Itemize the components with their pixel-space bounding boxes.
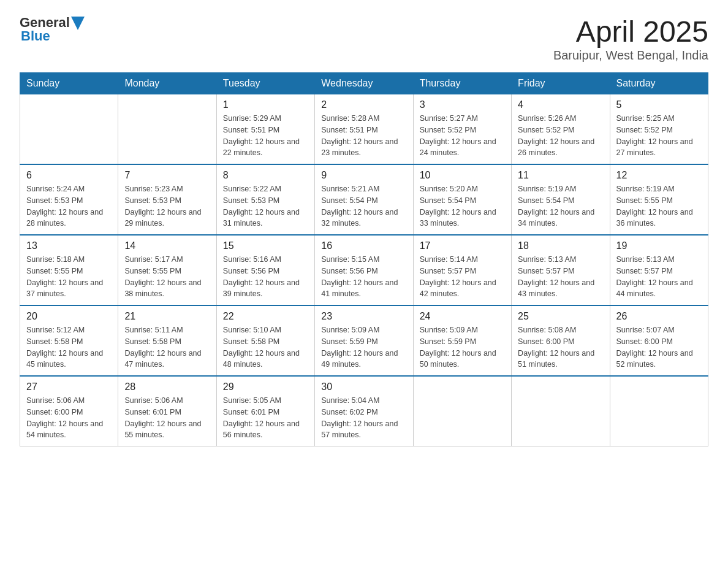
calendar-cell <box>413 376 511 446</box>
day-info: Sunrise: 5:06 AMSunset: 6:00 PMDaylight:… <box>26 395 112 441</box>
logo-triangle-icon <box>71 17 85 30</box>
logo: General Blue <box>20 15 85 44</box>
day-number: 8 <box>223 170 308 181</box>
header: General Blue April 2025 Baruipur, West B… <box>20 15 708 63</box>
day-number: 9 <box>321 170 406 181</box>
calendar-cell: 8Sunrise: 5:22 AMSunset: 5:53 PMDaylight… <box>216 164 314 235</box>
calendar-cell: 11Sunrise: 5:19 AMSunset: 5:54 PMDayligh… <box>512 164 610 235</box>
calendar-cell: 1Sunrise: 5:29 AMSunset: 5:51 PMDaylight… <box>216 94 314 165</box>
day-info: Sunrise: 5:04 AMSunset: 6:02 PMDaylight:… <box>321 395 406 441</box>
day-info: Sunrise: 5:24 AMSunset: 5:53 PMDaylight:… <box>26 183 112 229</box>
calendar-header-friday: Friday <box>512 73 610 94</box>
day-number: 26 <box>616 311 702 322</box>
calendar-cell: 16Sunrise: 5:15 AMSunset: 5:56 PMDayligh… <box>315 235 413 305</box>
calendar-cell <box>20 94 118 165</box>
calendar-cell: 9Sunrise: 5:21 AMSunset: 5:54 PMDaylight… <box>315 164 413 235</box>
day-number: 15 <box>223 240 308 251</box>
day-info: Sunrise: 5:18 AMSunset: 5:55 PMDaylight:… <box>26 254 112 300</box>
calendar-cell: 14Sunrise: 5:17 AMSunset: 5:55 PMDayligh… <box>118 235 216 305</box>
day-number: 4 <box>518 99 603 110</box>
calendar-cell: 10Sunrise: 5:20 AMSunset: 5:54 PMDayligh… <box>413 164 511 235</box>
calendar-week-2: 6Sunrise: 5:24 AMSunset: 5:53 PMDaylight… <box>20 164 708 235</box>
calendar-header-thursday: Thursday <box>413 73 511 94</box>
day-info: Sunrise: 5:07 AMSunset: 6:00 PMDaylight:… <box>616 324 702 370</box>
day-number: 2 <box>321 99 406 110</box>
calendar-cell: 13Sunrise: 5:18 AMSunset: 5:55 PMDayligh… <box>20 235 118 305</box>
day-info: Sunrise: 5:10 AMSunset: 5:58 PMDaylight:… <box>223 324 308 370</box>
day-info: Sunrise: 5:22 AMSunset: 5:53 PMDaylight:… <box>223 183 308 229</box>
day-number: 18 <box>518 240 603 251</box>
day-number: 7 <box>124 170 210 181</box>
day-info: Sunrise: 5:13 AMSunset: 5:57 PMDaylight:… <box>518 254 603 300</box>
day-info: Sunrise: 5:29 AMSunset: 5:51 PMDaylight:… <box>223 113 308 159</box>
svg-marker-0 <box>71 17 85 30</box>
calendar-cell: 4Sunrise: 5:26 AMSunset: 5:52 PMDaylight… <box>512 94 610 165</box>
page-title: April 2025 <box>553 15 708 48</box>
day-number: 30 <box>321 381 406 393</box>
calendar-header-sunday: Sunday <box>20 73 118 94</box>
calendar-header-wednesday: Wednesday <box>315 73 413 94</box>
day-number: 11 <box>518 170 603 181</box>
day-info: Sunrise: 5:09 AMSunset: 5:59 PMDaylight:… <box>321 324 406 370</box>
day-number: 29 <box>223 381 308 393</box>
calendar-cell: 18Sunrise: 5:13 AMSunset: 5:57 PMDayligh… <box>512 235 610 305</box>
calendar-cell: 3Sunrise: 5:27 AMSunset: 5:52 PMDaylight… <box>413 94 511 165</box>
day-info: Sunrise: 5:14 AMSunset: 5:57 PMDaylight:… <box>420 254 505 300</box>
day-number: 21 <box>124 311 210 322</box>
day-info: Sunrise: 5:19 AMSunset: 5:54 PMDaylight:… <box>518 183 603 229</box>
calendar-cell: 12Sunrise: 5:19 AMSunset: 5:55 PMDayligh… <box>610 164 708 235</box>
day-number: 20 <box>26 311 112 322</box>
calendar-cell <box>118 94 216 165</box>
calendar-week-4: 20Sunrise: 5:12 AMSunset: 5:58 PMDayligh… <box>20 305 708 376</box>
calendar-cell: 7Sunrise: 5:23 AMSunset: 5:53 PMDaylight… <box>118 164 216 235</box>
day-info: Sunrise: 5:06 AMSunset: 6:01 PMDaylight:… <box>124 395 210 441</box>
calendar-cell <box>610 376 708 446</box>
day-number: 13 <box>26 240 112 251</box>
calendar-cell: 20Sunrise: 5:12 AMSunset: 5:58 PMDayligh… <box>20 305 118 376</box>
day-number: 6 <box>26 170 112 181</box>
calendar-cell: 25Sunrise: 5:08 AMSunset: 6:00 PMDayligh… <box>512 305 610 376</box>
day-info: Sunrise: 5:13 AMSunset: 5:57 PMDaylight:… <box>616 254 702 300</box>
calendar-cell: 24Sunrise: 5:09 AMSunset: 5:59 PMDayligh… <box>413 305 511 376</box>
day-info: Sunrise: 5:08 AMSunset: 6:00 PMDaylight:… <box>518 324 603 370</box>
day-number: 5 <box>616 99 702 110</box>
calendar-cell: 29Sunrise: 5:05 AMSunset: 6:01 PMDayligh… <box>216 376 314 446</box>
day-number: 12 <box>616 170 702 181</box>
calendar-header-saturday: Saturday <box>610 73 708 94</box>
calendar-cell: 30Sunrise: 5:04 AMSunset: 6:02 PMDayligh… <box>315 376 413 446</box>
calendar-cell: 6Sunrise: 5:24 AMSunset: 5:53 PMDaylight… <box>20 164 118 235</box>
day-number: 16 <box>321 240 406 251</box>
day-info: Sunrise: 5:27 AMSunset: 5:52 PMDaylight:… <box>420 113 505 159</box>
calendar-cell <box>512 376 610 446</box>
day-number: 23 <box>321 311 406 322</box>
calendar-week-1: 1Sunrise: 5:29 AMSunset: 5:51 PMDaylight… <box>20 94 708 165</box>
day-info: Sunrise: 5:28 AMSunset: 5:51 PMDaylight:… <box>321 113 406 159</box>
day-info: Sunrise: 5:26 AMSunset: 5:52 PMDaylight:… <box>518 113 603 159</box>
day-number: 10 <box>420 170 505 181</box>
calendar-cell: 28Sunrise: 5:06 AMSunset: 6:01 PMDayligh… <box>118 376 216 446</box>
calendar-cell: 19Sunrise: 5:13 AMSunset: 5:57 PMDayligh… <box>610 235 708 305</box>
day-info: Sunrise: 5:23 AMSunset: 5:53 PMDaylight:… <box>124 183 210 229</box>
calendar-table: SundayMondayTuesdayWednesdayThursdayFrid… <box>20 72 708 446</box>
day-info: Sunrise: 5:05 AMSunset: 6:01 PMDaylight:… <box>223 395 308 441</box>
day-number: 25 <box>518 311 603 322</box>
day-number: 27 <box>26 381 112 393</box>
title-section: April 2025 Baruipur, West Bengal, India <box>553 15 708 63</box>
calendar-cell: 27Sunrise: 5:06 AMSunset: 6:00 PMDayligh… <box>20 376 118 446</box>
calendar-header-row: SundayMondayTuesdayWednesdayThursdayFrid… <box>20 73 708 94</box>
logo-blue-text: Blue <box>21 28 50 44</box>
day-info: Sunrise: 5:21 AMSunset: 5:54 PMDaylight:… <box>321 183 406 229</box>
calendar-week-5: 27Sunrise: 5:06 AMSunset: 6:00 PMDayligh… <box>20 376 708 446</box>
day-info: Sunrise: 5:12 AMSunset: 5:58 PMDaylight:… <box>26 324 112 370</box>
calendar-cell: 21Sunrise: 5:11 AMSunset: 5:58 PMDayligh… <box>118 305 216 376</box>
day-info: Sunrise: 5:17 AMSunset: 5:55 PMDaylight:… <box>124 254 210 300</box>
calendar-cell: 5Sunrise: 5:25 AMSunset: 5:52 PMDaylight… <box>610 94 708 165</box>
day-info: Sunrise: 5:25 AMSunset: 5:52 PMDaylight:… <box>616 113 702 159</box>
day-number: 17 <box>420 240 505 251</box>
calendar-cell: 17Sunrise: 5:14 AMSunset: 5:57 PMDayligh… <box>413 235 511 305</box>
calendar-cell: 23Sunrise: 5:09 AMSunset: 5:59 PMDayligh… <box>315 305 413 376</box>
day-number: 1 <box>223 99 308 110</box>
day-info: Sunrise: 5:09 AMSunset: 5:59 PMDaylight:… <box>420 324 505 370</box>
day-number: 19 <box>616 240 702 251</box>
calendar-header-monday: Monday <box>118 73 216 94</box>
